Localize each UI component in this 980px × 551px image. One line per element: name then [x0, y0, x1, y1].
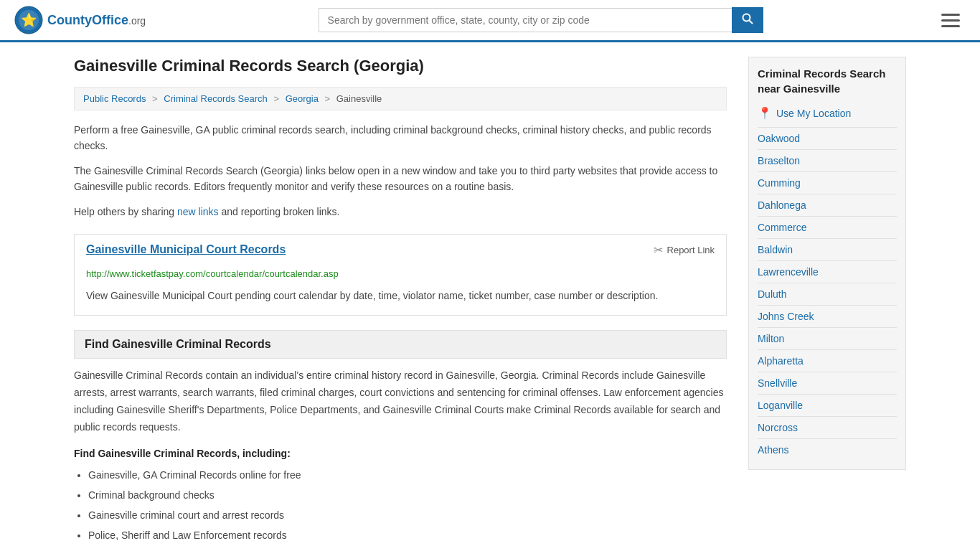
sidebar-link-baldwin[interactable]: Baldwin: [758, 244, 793, 255]
sidebar-box: Criminal Records Search near Gainesville…: [748, 57, 906, 470]
new-links-link[interactable]: new links: [177, 206, 219, 217]
sidebar-link-dahlonega[interactable]: Dahlonega: [758, 199, 806, 211]
menu-button[interactable]: [936, 8, 966, 33]
content-area: Gainesville Criminal Records Search (Geo…: [74, 57, 727, 551]
desc3-prefix: Help others by sharing: [74, 206, 177, 217]
site-logo-icon: ⭐: [14, 6, 43, 34]
sidebar-link-snellville[interactable]: Snellville: [758, 377, 797, 389]
find-section-list: Gainesville, GA Criminal Records online …: [74, 465, 727, 551]
sidebar-item-loganville: Loganville: [758, 394, 897, 416]
find-section-subheading: Find Gainesville Criminal Records, inclu…: [74, 448, 727, 459]
sidebar-item-duluth: Duluth: [758, 283, 897, 305]
search-button[interactable]: [732, 7, 763, 33]
list-item: Gainesville, GA Criminal Records online …: [88, 465, 727, 485]
sidebar-item-baldwin: Baldwin: [758, 238, 897, 260]
sidebar-link-alpharetta[interactable]: Alpharetta: [758, 355, 804, 367]
report-link-button[interactable]: ✂ Report Link: [654, 243, 715, 257]
list-item: Police, Sheriff and Law Enforcement reco…: [88, 525, 727, 545]
breadcrumb-sep-2: >: [273, 93, 279, 104]
record-card-header: Gainesville Municipal Court Records ✂ Re…: [75, 235, 726, 265]
page-title: Gainesville Criminal Records Search (Geo…: [74, 57, 727, 75]
breadcrumb-gainesville: Gainesville: [336, 93, 382, 104]
svg-point-3: [743, 14, 750, 22]
search-area: [319, 7, 763, 33]
sidebar-item-dahlonega: Dahlonega: [758, 194, 897, 216]
sidebar-link-cumming[interactable]: Cumming: [758, 177, 801, 189]
list-item: Criminal background checks: [88, 485, 727, 505]
sidebar-link-johns-creek[interactable]: Johns Creek: [758, 311, 814, 322]
sidebar-item-commerce: Commerce: [758, 216, 897, 238]
sidebar-item-milton: Milton: [758, 327, 897, 349]
sidebar-link-lawrenceville[interactable]: Lawrenceville: [758, 266, 819, 278]
sidebar: Criminal Records Search near Gainesville…: [748, 57, 906, 551]
sidebar-link-oakwood[interactable]: Oakwood: [758, 133, 800, 144]
find-section-text: Gainesville Criminal Records contain an …: [74, 367, 727, 435]
list-item: Criminal background checks: [88, 545, 727, 551]
logo-area: ⭐ CountyOffice.org: [14, 6, 146, 34]
use-my-location-label: Use My Location: [776, 108, 851, 119]
sidebar-item-athens: Athens: [758, 438, 897, 461]
record-card-url[interactable]: http://www.ticketfastpay.com/courtcalend…: [75, 265, 726, 282]
breadcrumb: Public Records > Criminal Records Search…: [74, 87, 727, 110]
menu-line-1: [941, 14, 960, 16]
sidebar-item-braselton: Braselton: [758, 149, 897, 171]
breadcrumb-public-records[interactable]: Public Records: [83, 93, 146, 104]
sidebar-link-commerce[interactable]: Commerce: [758, 222, 806, 233]
site-header: ⭐ CountyOffice.org: [0, 0, 980, 42]
sidebar-item-oakwood: Oakwood: [758, 127, 897, 149]
search-input[interactable]: [319, 8, 732, 32]
sidebar-link-norcross[interactable]: Norcross: [758, 422, 798, 433]
sidebar-link-braselton[interactable]: Braselton: [758, 155, 800, 166]
sidebar-link-loganville[interactable]: Loganville: [758, 400, 803, 411]
sidebar-item-alpharetta: Alpharetta: [758, 349, 897, 372]
breadcrumb-georgia[interactable]: Georgia: [286, 93, 319, 104]
record-card: Gainesville Municipal Court Records ✂ Re…: [74, 234, 727, 316]
svg-text:⭐: ⭐: [21, 12, 37, 28]
report-link-label: Report Link: [667, 245, 715, 255]
sidebar-item-johns-creek: Johns Creek: [758, 305, 897, 327]
description-2: The Gainesville Criminal Records Search …: [74, 163, 727, 195]
nearby-cities-list: Oakwood Braselton Cumming Dahlonega Comm…: [758, 127, 897, 461]
list-item: Gainesville criminal court and arrest re…: [88, 505, 727, 525]
sidebar-link-athens[interactable]: Athens: [758, 444, 789, 456]
description-1: Perform a free Gainesville, GA public cr…: [74, 122, 727, 154]
menu-line-3: [941, 25, 960, 27]
sidebar-link-milton[interactable]: Milton: [758, 333, 784, 344]
menu-line-2: [941, 19, 960, 22]
breadcrumb-criminal-records[interactable]: Criminal Records Search: [164, 93, 268, 104]
use-my-location-link[interactable]: 📍 Use My Location: [758, 106, 897, 120]
logo-text: CountyOffice.org: [47, 13, 146, 28]
sidebar-item-lawrenceville: Lawrenceville: [758, 260, 897, 283]
main-container: Gainesville Criminal Records Search (Geo…: [60, 42, 920, 551]
description-3: Help others by sharing new links and rep…: [74, 204, 727, 220]
report-icon: ✂: [654, 243, 663, 257]
location-pin-icon: 📍: [758, 106, 772, 120]
record-card-title[interactable]: Gainesville Municipal Court Records: [86, 243, 286, 256]
sidebar-link-duluth[interactable]: Duluth: [758, 288, 786, 300]
breadcrumb-sep-1: >: [152, 93, 158, 104]
search-icon: [742, 13, 753, 24]
sidebar-item-cumming: Cumming: [758, 171, 897, 194]
find-section-header: Find Gainesville Criminal Records: [74, 330, 727, 359]
desc3-suffix: and reporting broken links.: [219, 206, 340, 217]
record-card-description: View Gainesville Municipal Court pending…: [75, 282, 726, 315]
sidebar-item-snellville: Snellville: [758, 372, 897, 394]
sidebar-item-norcross: Norcross: [758, 416, 897, 438]
svg-line-4: [749, 21, 753, 24]
breadcrumb-sep-3: >: [325, 93, 331, 104]
sidebar-title: Criminal Records Search near Gainesville: [758, 66, 897, 96]
